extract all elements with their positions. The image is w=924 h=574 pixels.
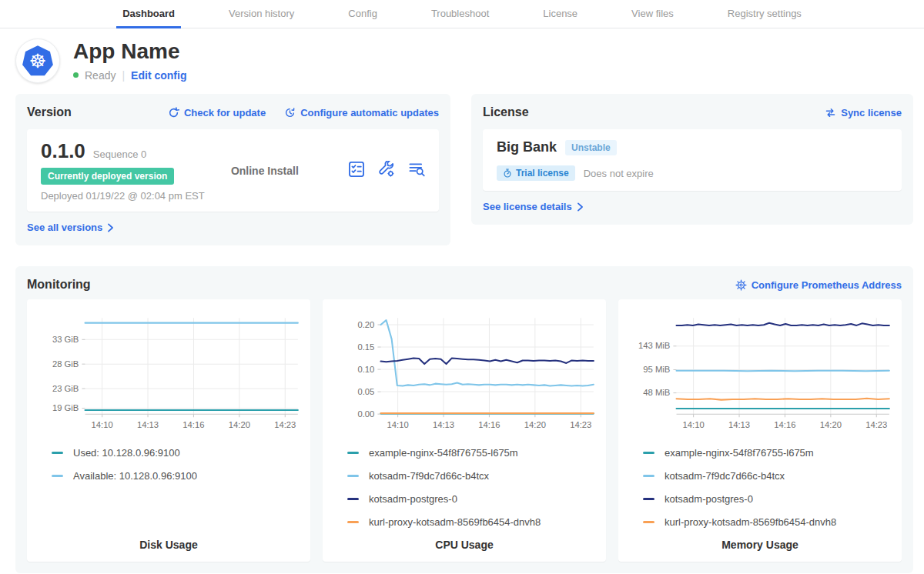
page-title: App Name bbox=[73, 40, 186, 64]
sync-license-label: Sync license bbox=[841, 107, 902, 118]
tab-registry-settings[interactable]: Registry settings bbox=[721, 0, 808, 28]
svg-text:14:23: 14:23 bbox=[570, 420, 591, 429]
clock-refresh-icon bbox=[284, 107, 296, 118]
tab-license[interactable]: License bbox=[537, 0, 584, 28]
legend-dash-icon bbox=[643, 521, 654, 523]
deployed-timestamp: Deployed 01/19/22 @ 02:04 pm EST bbox=[41, 190, 205, 202]
legend-dash-icon bbox=[643, 452, 654, 454]
checklist-icon bbox=[348, 161, 365, 178]
edit-config-link[interactable]: Edit config bbox=[131, 69, 186, 82]
tab-view-files[interactable]: View files bbox=[625, 0, 680, 28]
license-expiry: Does not expire bbox=[584, 168, 654, 179]
legend-label: kotsadm-7f9dc7d66c-b4tcx bbox=[369, 470, 489, 482]
chart-title-cpu-usage: CPU Usage bbox=[330, 528, 598, 551]
sync-icon bbox=[825, 107, 836, 118]
license-card: License Sync license Big Bank Unstable bbox=[471, 94, 913, 225]
license-details-row: Big Bank Unstable Trial license Does not… bbox=[483, 129, 902, 191]
svg-text:19 GiB: 19 GiB bbox=[52, 403, 79, 412]
series-line bbox=[381, 320, 594, 385]
configure-automatic-updates-label: Configure automatic updates bbox=[300, 107, 439, 118]
legend-item: Available: 10.128.0.96:9100 bbox=[52, 470, 303, 482]
svg-text:14:16: 14:16 bbox=[182, 420, 204, 429]
configure-prometheus-label: Configure Prometheus Address bbox=[752, 279, 902, 291]
legend-dash-icon bbox=[643, 475, 654, 477]
see-all-versions-link[interactable]: See all versions bbox=[27, 222, 114, 233]
svg-text:23 GiB: 23 GiB bbox=[52, 384, 79, 393]
legend-item: example-nginx-54f8f76755-l675m bbox=[347, 447, 598, 459]
top-nav: DashboardVersion historyConfigTroublesho… bbox=[0, 0, 924, 28]
tab-config[interactable]: Config bbox=[342, 0, 383, 28]
svg-text:14:20: 14:20 bbox=[524, 420, 546, 429]
legend-dash-icon bbox=[347, 498, 359, 500]
divider: | bbox=[122, 69, 125, 82]
legend-label: kotsadm-7f9dc7d66c-b4tcx bbox=[665, 470, 785, 482]
check-for-update-button[interactable]: Check for update bbox=[168, 107, 266, 118]
legend-label: kurl-proxy-kotsadm-8569fb6454-dnvh8 bbox=[369, 516, 541, 528]
check-for-update-label: Check for update bbox=[184, 107, 266, 118]
legend-label: kotsadm-postgres-0 bbox=[665, 493, 753, 505]
svg-text:14:13: 14:13 bbox=[728, 420, 750, 429]
see-license-details-link[interactable]: See license details bbox=[483, 201, 584, 212]
chevron-right-icon bbox=[107, 223, 114, 232]
kubernetes-icon: ☸ bbox=[21, 44, 55, 78]
config-values-button[interactable] bbox=[378, 161, 395, 180]
status-dot bbox=[73, 72, 79, 78]
chart-plot-disk-usage: 19 GiB23 GiB28 GiB33 GiB14:1014:1314:161… bbox=[35, 309, 303, 441]
chart-plot-memory-usage: 48 MiB95 MiB143 MiB14:1014:1314:1614:201… bbox=[626, 309, 894, 441]
deployed-badge: Currently deployed version bbox=[41, 168, 174, 185]
svg-text:0.00: 0.00 bbox=[357, 409, 374, 419]
configure-prometheus-button[interactable]: Configure Prometheus Address bbox=[735, 279, 902, 291]
svg-text:48 MiB: 48 MiB bbox=[643, 388, 670, 397]
monitoring-card: Monitoring Configure Prometheus Address … bbox=[15, 266, 913, 573]
series-line bbox=[381, 359, 594, 364]
svg-text:14:23: 14:23 bbox=[865, 420, 887, 429]
app-header: ☸ App Name Ready | Edit config bbox=[0, 28, 924, 91]
trial-license-badge: Trial license bbox=[497, 165, 575, 181]
see-license-details-label: See license details bbox=[483, 201, 572, 212]
legend-label: example-nginx-54f8f76755-l675m bbox=[665, 447, 814, 459]
main-content: Version Check for update bbox=[0, 91, 924, 573]
legend-dash-icon bbox=[52, 452, 63, 454]
current-version-row: 0.1.0 Sequence 0 Currently deployed vers… bbox=[27, 129, 439, 212]
svg-text:14:13: 14:13 bbox=[137, 420, 159, 429]
svg-text:14:16: 14:16 bbox=[478, 420, 500, 429]
legend-dash-icon bbox=[347, 452, 359, 454]
tab-dashboard[interactable]: Dashboard bbox=[116, 0, 181, 28]
install-type: Online Install bbox=[231, 165, 299, 177]
svg-text:33 GiB: 33 GiB bbox=[52, 335, 79, 344]
refresh-icon bbox=[168, 107, 179, 118]
tab-troubleshoot[interactable]: Troubleshoot bbox=[425, 0, 495, 28]
trial-license-label: Trial license bbox=[516, 168, 569, 179]
svg-text:14:20: 14:20 bbox=[820, 420, 842, 429]
gear-icon bbox=[735, 279, 747, 291]
legend-item: Used: 10.128.0.96:9100 bbox=[52, 447, 303, 459]
svg-text:14:20: 14:20 bbox=[229, 420, 250, 429]
chart-plot-cpu-usage: 0.000.050.100.150.2014:1014:1314:1614:20… bbox=[330, 309, 598, 441]
sync-license-button[interactable]: Sync license bbox=[825, 107, 902, 118]
svg-text:0.10: 0.10 bbox=[357, 365, 374, 374]
legend-item: example-nginx-54f8f76755-l675m bbox=[643, 447, 894, 459]
svg-text:14:10: 14:10 bbox=[92, 420, 113, 429]
legend-item: kotsadm-7f9dc7d66c-b4tcx bbox=[347, 470, 598, 482]
legend-dash-icon bbox=[347, 475, 359, 477]
chart-title-disk-usage: Disk Usage bbox=[35, 528, 303, 551]
tab-version-history[interactable]: Version history bbox=[223, 0, 300, 28]
svg-text:14:16: 14:16 bbox=[774, 420, 795, 429]
preflight-checks-button[interactable] bbox=[348, 161, 365, 180]
logs-search-icon bbox=[408, 161, 425, 178]
legend-label: Available: 10.128.0.96:9100 bbox=[73, 470, 197, 482]
svg-text:14:10: 14:10 bbox=[387, 420, 409, 429]
legend-item: kurl-proxy-kotsadm-8569fb6454-dnvh8 bbox=[643, 516, 894, 528]
legend-item: kotsadm-postgres-0 bbox=[347, 493, 598, 505]
stopwatch-icon bbox=[503, 169, 512, 178]
configure-automatic-updates-button[interactable]: Configure automatic updates bbox=[284, 107, 439, 118]
legend-dash-icon bbox=[52, 475, 63, 477]
legend-item: kurl-proxy-kotsadm-8569fb6454-dnvh8 bbox=[347, 516, 598, 528]
chart-title-memory-usage: Memory Usage bbox=[626, 528, 894, 551]
chart-legend-disk-usage: Used: 10.128.0.96:9100Available: 10.128.… bbox=[52, 447, 303, 482]
legend-item: kotsadm-postgres-0 bbox=[643, 493, 894, 505]
deploy-logs-button[interactable] bbox=[408, 161, 425, 180]
legend-item: kotsadm-7f9dc7d66c-b4tcx bbox=[643, 470, 894, 482]
legend-label: kotsadm-postgres-0 bbox=[369, 493, 457, 505]
series-line bbox=[677, 323, 889, 325]
